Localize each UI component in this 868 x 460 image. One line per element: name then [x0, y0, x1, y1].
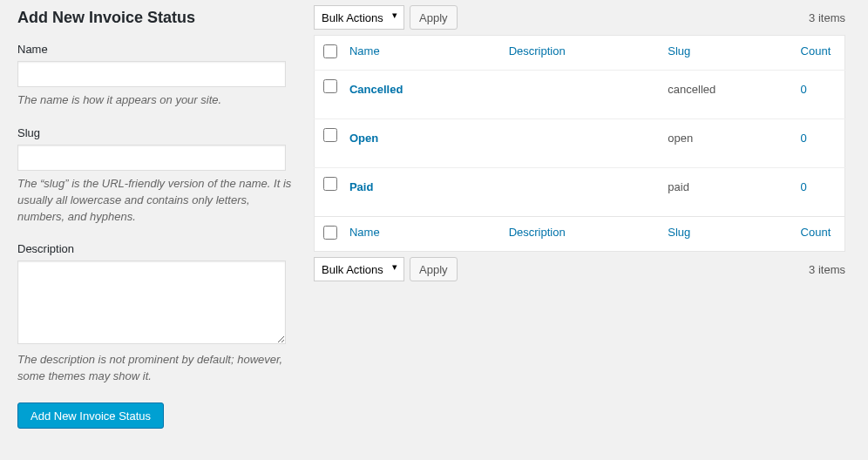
row-name-link[interactable]: Paid [349, 180, 373, 193]
table-row: Cancelled cancelled 0 [315, 71, 845, 119]
tablenav-top: Bulk Actions Apply 3 items [314, 5, 845, 30]
row-checkbox[interactable] [323, 79, 337, 93]
bulk-actions-top: Bulk Actions Apply [314, 5, 458, 30]
submit-button[interactable]: Add New Invoice Status [17, 402, 164, 429]
select-all-bottom[interactable] [323, 226, 337, 240]
description-textarea[interactable] [17, 260, 286, 344]
slug-help: The “slug” is the URL-friendly version o… [17, 176, 296, 226]
field-slug: Slug The “slug” is the URL-friendly vers… [17, 126, 296, 226]
field-description: Description The description is not promi… [17, 242, 296, 385]
description-help: The description is not prominent by defa… [17, 352, 296, 385]
row-description [500, 119, 660, 168]
col-header-name[interactable]: Name [349, 44, 380, 58]
apply-button-top[interactable]: Apply [410, 5, 458, 30]
col-footer-slug[interactable]: Slug [668, 226, 690, 239]
slug-input[interactable] [17, 145, 286, 171]
name-input[interactable] [17, 61, 286, 87]
tablenav-bottom: Bulk Actions Apply 3 items [314, 257, 845, 281]
row-name-link[interactable]: Open [349, 132, 378, 145]
name-label: Name [17, 43, 296, 56]
form-heading: Add New Invoice Status [17, 9, 296, 27]
list-panel: Bulk Actions Apply 3 items Name Descript… [314, 0, 868, 446]
col-footer-count[interactable]: Count [801, 226, 831, 239]
select-all-top[interactable] [323, 44, 337, 58]
items-count-bottom: 3 items [809, 263, 845, 276]
description-label: Description [17, 242, 296, 255]
row-checkbox[interactable] [323, 177, 337, 191]
bulk-action-select-bottom[interactable]: Bulk Actions [314, 257, 404, 281]
status-table: Name Description Slug Count Cancelled ca… [314, 35, 845, 252]
row-checkbox[interactable] [323, 128, 337, 142]
row-slug: cancelled [659, 71, 791, 119]
col-footer-name[interactable]: Name [349, 226, 380, 239]
row-count-link[interactable]: 0 [801, 132, 807, 145]
bulk-action-select-top[interactable]: Bulk Actions [314, 5, 404, 30]
col-header-description[interactable]: Description [509, 44, 566, 58]
col-footer-description[interactable]: Description [509, 226, 566, 239]
field-name: Name The name is how it appears on your … [17, 43, 296, 109]
row-count-link[interactable]: 0 [801, 180, 807, 193]
row-slug: open [659, 119, 791, 168]
name-help: The name is how it appears on your site. [17, 92, 296, 109]
table-row: Open open 0 [315, 119, 845, 168]
items-count-top: 3 items [809, 11, 845, 24]
bulk-actions-bottom: Bulk Actions Apply [314, 257, 458, 281]
form-panel: Add New Invoice Status Name The name is … [0, 0, 314, 446]
row-name-link[interactable]: Cancelled [349, 83, 403, 96]
row-description [500, 71, 660, 119]
row-description [500, 168, 660, 217]
row-slug: paid [659, 168, 791, 217]
col-header-count[interactable]: Count [801, 44, 831, 58]
slug-label: Slug [17, 126, 296, 139]
row-count-link[interactable]: 0 [801, 83, 807, 96]
col-header-slug[interactable]: Slug [668, 44, 690, 58]
apply-button-bottom[interactable]: Apply [410, 257, 458, 281]
table-row: Paid paid 0 [315, 168, 845, 217]
